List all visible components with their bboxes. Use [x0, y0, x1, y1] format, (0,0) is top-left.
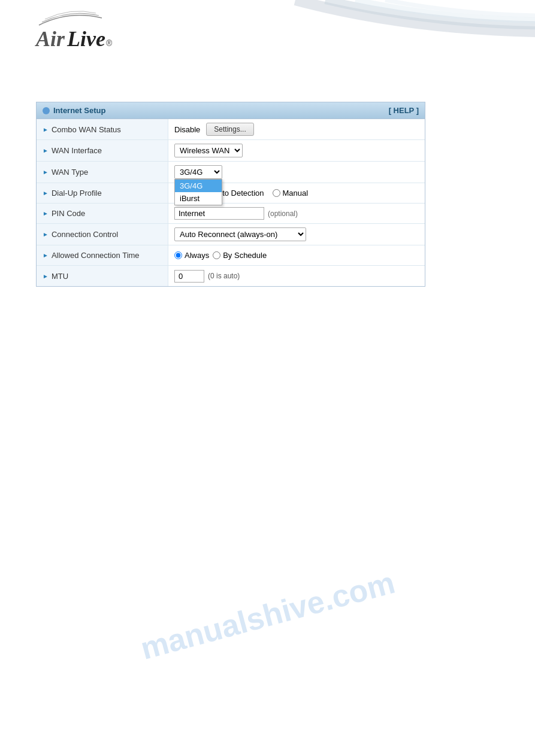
logo-container: Air Live ®	[36, 18, 112, 51]
act-always-radio[interactable]	[174, 251, 182, 259]
arrow-icon: ►	[43, 252, 49, 259]
arrow-icon: ►	[43, 147, 49, 154]
internet-setup-panel: Internet Setup [ HELP ] ► Combo WAN Stat…	[36, 102, 425, 287]
wan-type-value: 3G/4G iBurst 3G/4G iBurst	[168, 162, 425, 183]
header: Air Live ®	[0, 0, 535, 96]
pin-code-value: (optional)	[168, 204, 425, 223]
wan-type-row: ► WAN Type 3G/4G iBurst 3G/4G iBurst	[37, 162, 425, 183]
wan-type-opt-3g4g[interactable]: 3G/4G	[175, 180, 222, 192]
dialup-profile-label: ► Dial-Up Profile	[37, 183, 168, 203]
header-decorative-arcs-icon	[176, 0, 535, 96]
act-schedule-label: By Schedule	[223, 251, 267, 260]
mtu-value: (0 is auto)	[168, 266, 425, 286]
wan-interface-row: ► WAN Interface Wireless WAN Ethernet WA…	[37, 140, 425, 162]
combo-wan-disable-text: Disable	[174, 125, 200, 134]
setup-title-area: Internet Setup	[43, 106, 105, 115]
pin-code-label: ► PIN Code	[37, 204, 168, 223]
settings-button[interactable]: Settings...	[206, 123, 253, 136]
wan-type-label: ► WAN Type	[37, 162, 168, 183]
pin-code-input[interactable]	[174, 207, 264, 220]
dialup-manual-label: Manual	[283, 189, 309, 198]
logo-arcs-icon	[33, 7, 105, 28]
allowed-connection-time-row: ► Allowed Connection Time Always By Sche…	[37, 245, 425, 266]
arrow-icon: ►	[43, 231, 49, 238]
arrow-icon: ►	[43, 190, 49, 196]
act-schedule-radio[interactable]	[213, 251, 220, 259]
wan-type-select[interactable]: 3G/4G iBurst	[174, 165, 222, 179]
act-always-label: Always	[185, 251, 209, 260]
setup-title: Internet Setup	[53, 106, 105, 115]
wan-type-dropdown-open: 3G/4G iBurst	[174, 179, 222, 205]
connection-control-select[interactable]: Auto Reconnect (always-on) Manual Connec…	[174, 227, 306, 241]
combo-wan-status-row: ► Combo WAN Status Disable Settings...	[37, 119, 425, 140]
dialup-profile-row: ► Dial-Up Profile iBurst Auto Detection …	[37, 183, 425, 204]
logo-area: Air Live ®	[36, 18, 112, 51]
wan-interface-value: Wireless WAN Ethernet WAN	[168, 140, 425, 161]
wan-interface-label: ► WAN Interface	[37, 140, 168, 161]
wan-type-opt-iburst[interactable]: iBurst	[175, 192, 222, 205]
mtu-input[interactable]	[174, 270, 204, 283]
mtu-row: ► MTU (0 is auto)	[37, 266, 425, 286]
combo-wan-status-label: ► Combo WAN Status	[37, 119, 168, 139]
pin-code-row: ► PIN Code (optional)	[37, 204, 425, 224]
connection-control-value: Auto Reconnect (always-on) Manual Connec…	[168, 224, 425, 245]
wan-type-dropdown[interactable]: 3G/4G iBurst 3G/4G iBurst	[174, 165, 222, 179]
arrow-icon: ►	[43, 126, 49, 133]
logo-reg-text: ®	[106, 38, 112, 48]
pin-optional-text: (optional)	[268, 210, 298, 218]
act-schedule-option[interactable]: By Schedule	[213, 251, 267, 260]
connection-control-label: ► Connection Control	[37, 224, 168, 245]
act-always-option[interactable]: Always	[174, 251, 209, 260]
watermark: manualshive.com	[89, 550, 446, 682]
setup-panel-header: Internet Setup [ HELP ]	[37, 102, 425, 119]
help-link[interactable]: [ HELP ]	[389, 106, 419, 115]
main-content: Internet Setup [ HELP ] ► Combo WAN Stat…	[0, 96, 535, 293]
connection-control-row: ► Connection Control Auto Reconnect (alw…	[37, 224, 425, 245]
combo-wan-status-value: Disable Settings...	[168, 119, 425, 139]
logo-air-text: Air	[36, 26, 65, 51]
wan-interface-select[interactable]: Wireless WAN Ethernet WAN	[174, 144, 243, 157]
arrow-icon: ►	[43, 273, 49, 280]
arrow-icon: ►	[43, 169, 49, 175]
allowed-connection-time-label: ► Allowed Connection Time	[37, 245, 168, 265]
dialup-manual-radio[interactable]	[273, 189, 280, 197]
dialup-manual-option[interactable]: Manual	[273, 189, 309, 198]
allowed-connection-time-value: Always By Schedule	[168, 245, 425, 265]
mtu-note-text: (0 is auto)	[208, 272, 240, 280]
mtu-label: ► MTU	[37, 266, 168, 286]
logo-live-text: Live	[67, 26, 105, 51]
arrow-icon: ►	[43, 210, 49, 217]
setup-icon	[43, 107, 50, 114]
